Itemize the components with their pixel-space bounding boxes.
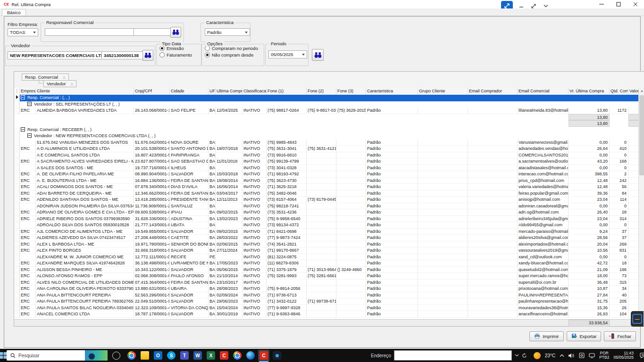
responsavel-comercial-name-input[interactable] bbox=[45, 28, 135, 36]
taskbar-word-icon[interactable]: W bbox=[192, 350, 203, 361]
exportar-button[interactable]: Exportar bbox=[567, 331, 602, 341]
volume-icon[interactable] bbox=[569, 353, 575, 358]
taskbar-che-icon[interactable]: C bbox=[218, 350, 230, 361]
column-header[interactable]: Email Comercial bbox=[518, 88, 569, 95]
table-row[interactable]: ERCALVES NILO COMERCIAL DE UTILIDADES DO… bbox=[14, 280, 639, 286]
group-chip-vendedor[interactable]: Vendedor△ bbox=[43, 80, 76, 87]
group-row[interactable]: Resp. Comercial : (, , ) bbox=[14, 95, 639, 101]
vendedor-search-button[interactable] bbox=[142, 50, 153, 61]
weather-icon[interactable] bbox=[534, 352, 541, 359]
floating-capture-widget[interactable]: — bbox=[631, 311, 644, 327]
table-row[interactable]: ERCA. E. BIJOUTERIAS LTDA - ME16.884.136… bbox=[14, 178, 639, 184]
table-row[interactable]: ERCADRIANO DE OLIVEIRA GOMES E CIA LTDA … bbox=[14, 209, 639, 216]
fechar-button[interactable]: Fechar bbox=[604, 331, 636, 341]
taskbar-dark-app-icon[interactable] bbox=[271, 350, 283, 361]
column-header[interactable]: Cidade bbox=[170, 88, 209, 95]
column-header[interactable]: Cnpj/CPf bbox=[134, 88, 170, 95]
address-chevron-icon[interactable] bbox=[515, 354, 519, 357]
vendedor-name-input[interactable]: NEW REPRESENTACOES COMERCIAIS LTDA bbox=[8, 51, 104, 59]
address-refresh-icon[interactable] bbox=[522, 353, 527, 358]
scrollbar-thumb[interactable] bbox=[639, 95, 644, 175]
table-row[interactable]: ERCALONSO AFONSO RAMOS - EPP02.068.308/0… bbox=[14, 273, 639, 280]
table-row[interactable]: 51.676.042 VANUSIA MENEZES DOS SANTOS51.… bbox=[14, 140, 639, 146]
column-header[interactable]: Email Comprador bbox=[468, 88, 518, 95]
taskbar-skype-icon[interactable]: S bbox=[166, 350, 177, 361]
column-header[interactable]: Fone (1) bbox=[267, 88, 307, 95]
column-header[interactable]: Fone (3) bbox=[336, 88, 366, 95]
table-row[interactable]: A E COMERCIAL SANTOS LTDA16.807.423/0001… bbox=[14, 152, 639, 159]
language-indicator[interactable]: PORPTB2 bbox=[599, 351, 609, 360]
taskbar-search[interactable]: Pesquisar bbox=[7, 350, 108, 361]
notification-center-icon[interactable] bbox=[640, 353, 644, 358]
taskbar-edge-icon[interactable] bbox=[245, 350, 256, 361]
column-header[interactable]: Qtd. Compras bbox=[610, 88, 628, 95]
table-row[interactable]: ADROALDO SILVA DOS SANTOS 0593001052821.… bbox=[14, 222, 639, 229]
network-icon[interactable] bbox=[589, 353, 595, 358]
taskbar-chrome2-icon[interactable] bbox=[232, 350, 243, 361]
column-header[interactable]: Ultima Compra bbox=[216, 88, 243, 95]
table-row[interactable]: ADONIRAN JUDSON PALMEIRA DA SILVA 037634… bbox=[14, 203, 639, 210]
collapse-icon[interactable] bbox=[27, 133, 32, 138]
table-row[interactable]: ERCALEX L BARBOSA LTDA - ME19.971.780/00… bbox=[14, 241, 639, 248]
tray-chevron-up-icon[interactable] bbox=[560, 354, 564, 357]
radio-emissao[interactable]: Emissão bbox=[159, 46, 201, 51]
table-row[interactable]: ERCADAI BARRETO DE CERQUEIRA - ME12.346.… bbox=[14, 190, 639, 197]
collapse-icon[interactable] bbox=[27, 102, 32, 106]
taskbar-file-explorer-icon[interactable] bbox=[139, 350, 151, 361]
window-minimize-button[interactable] bbox=[593, 0, 610, 8]
table-row[interactable]: ERCANA PAULA BITTENCOURT PEREIRA 7893627… bbox=[14, 298, 639, 305]
column-header[interactable]: Cliente bbox=[36, 88, 134, 95]
table-row[interactable]: ERCANA PAULA BITTENCOURT PEREIRA52.563.2… bbox=[14, 292, 639, 299]
filtro-empresa-select[interactable]: TODAS bbox=[8, 28, 38, 36]
taskbar-outlook-icon[interactable]: O bbox=[152, 350, 164, 361]
temperature[interactable]: 23°C bbox=[545, 353, 555, 358]
radio-nao-compram-desde[interactable]: Não compram desde bbox=[205, 52, 264, 58]
group-row[interactable]: Vendedor : SEL REPRESENTAÇÕES LT (, , ) bbox=[14, 101, 639, 108]
table-row[interactable]: ERCADENILDO SANTANA DOS SANTOS - ME13.41… bbox=[14, 197, 639, 203]
window-close-button[interactable] bbox=[627, 0, 644, 8]
column-header[interactable]: Grupo Cliente bbox=[418, 88, 468, 95]
tab-basico[interactable]: Básico bbox=[2, 9, 26, 16]
table-row[interactable]: ERCANACEL COMERCIO LTDA18.787.178/0001-9… bbox=[14, 311, 639, 318]
column-header[interactable]: Caracteristica bbox=[366, 88, 418, 95]
column-header[interactable]: Valor bbox=[628, 88, 639, 95]
table-row[interactable]: ERCA D ALUMINIOS E UTILIDADES LTDA20.101… bbox=[14, 146, 639, 152]
group-row[interactable]: Resp. Comercial : RECEBER (, , ) bbox=[14, 127, 639, 133]
imprimir-button[interactable]: Imprimir bbox=[529, 331, 563, 341]
window-maximize-button[interactable] bbox=[610, 0, 627, 8]
search-highlight-thumbnail[interactable] bbox=[85, 350, 108, 361]
table-row[interactable]: ERCANA PAULA SANTOS BILAC NOGUEIRA 03340… bbox=[14, 305, 639, 312]
scroll-up-icon[interactable]: ▲ bbox=[639, 88, 644, 94]
start-button[interactable] bbox=[0, 349, 7, 362]
tray-app-icon[interactable] bbox=[579, 353, 585, 358]
table-row[interactable]: ALEXANDRE M. W. JUNIOR COMERCIO ME12.772… bbox=[14, 254, 639, 261]
clock[interactable]: 11:4305/05/2025 bbox=[613, 351, 634, 360]
table-row[interactable]: ERCA. DE OLIVEIRA FILHO PAPELARIA ME08.9… bbox=[14, 171, 639, 178]
table-row[interactable]: ERCALISSON BESSA PINHEIRO - ME10.343.122… bbox=[14, 267, 639, 273]
column-header[interactable]: Vr. Última Compra bbox=[569, 88, 610, 95]
responsavel-comercial-search-button[interactable] bbox=[170, 27, 181, 38]
table-row[interactable]: ERCALMEIDA BARBOSA VARIEDADES LTDA26.143… bbox=[14, 107, 639, 114]
table-row[interactable]: ERCANA CAROLINA DE OLIVEIRA PEIXOTO 8333… bbox=[14, 286, 639, 292]
group-chip-resp-comercial[interactable]: Resp. Comercial△ bbox=[22, 74, 69, 81]
table-row[interactable]: ERCADRIELE RIBEIRO DOS SANTOS 0379938359… bbox=[14, 216, 639, 222]
column-header[interactable]: Fone (2) bbox=[307, 88, 336, 95]
table-row[interactable]: A SALES DOS SANTOS - ME19.737.716/0001-0… bbox=[14, 165, 639, 172]
taskbar-chrome-icon[interactable] bbox=[126, 350, 137, 361]
periodo-select[interactable]: 05/05/2025 bbox=[268, 50, 307, 58]
responsavel-comercial-code-input[interactable] bbox=[134, 28, 172, 36]
taskbar-teams-icon[interactable]: T bbox=[179, 350, 190, 361]
table-row[interactable]: ERCALDIERES AZEVEDO DA SILVA 07423474517… bbox=[14, 235, 639, 241]
radio-faturamento[interactable]: Faturamento bbox=[159, 52, 201, 58]
cortana-icon[interactable] bbox=[112, 352, 120, 360]
table-row[interactable]: ERCAJL COMERCIO DE ALIMENTOS LTDA - ME19… bbox=[14, 229, 639, 235]
taskbar-excel-icon[interactable]: X bbox=[205, 350, 217, 361]
vertical-scrollbar[interactable]: ▲ ▼ bbox=[638, 88, 644, 326]
column-header[interactable]: Classificacao bbox=[243, 88, 267, 95]
column-header[interactable]: Empresa bbox=[20, 88, 36, 95]
collapse-icon[interactable] bbox=[21, 127, 25, 132]
group-row[interactable]: Vendedor : NEW REPRESENTACOES COMERCIAIS… bbox=[14, 133, 639, 140]
vendedor-code-input[interactable]: 34521300000138 bbox=[101, 51, 145, 59]
caracteristica-select[interactable]: Padrão bbox=[205, 28, 250, 36]
collapse-icon[interactable] bbox=[21, 95, 25, 99]
